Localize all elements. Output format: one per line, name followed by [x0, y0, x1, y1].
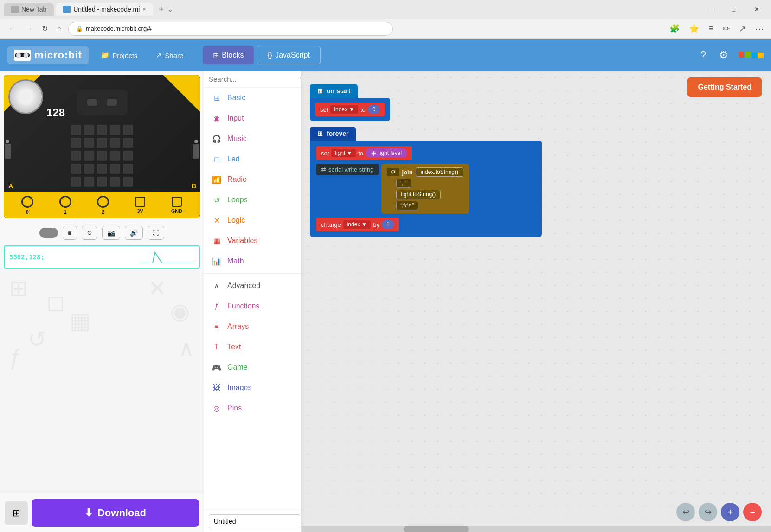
restart-button[interactable]: ↻ [82, 226, 97, 240]
led [97, 151, 107, 161]
toolbox-item-functions[interactable]: ƒ Functions [204, 296, 301, 316]
javascript-tab[interactable]: {} JavaScript [257, 46, 320, 64]
getting-started-button[interactable]: Getting Started [687, 77, 762, 97]
comma-str-block[interactable]: ", " [396, 179, 411, 188]
simulator-panel: 128 [0, 71, 204, 532]
toolbox-item-radio[interactable]: 📶 Radio [204, 169, 301, 190]
zoom-in-button[interactable]: + [721, 503, 739, 521]
semicolon-str-block[interactable]: ";\r\n" [396, 201, 418, 210]
sound-button[interactable]: 🔊 [125, 226, 143, 240]
toolbox-item-advanced[interactable]: ∧ Advanced [204, 276, 301, 296]
tab-inactive[interactable]: New Tab [4, 3, 54, 16]
eye-right [107, 99, 117, 106]
toolbox-item-input[interactable]: ◉ Input [204, 108, 301, 128]
home-button[interactable]: ⌂ [54, 23, 64, 35]
toolbox-item-math[interactable]: 📊 Math [204, 251, 301, 271]
light-tostring-text: light.toString() [401, 191, 436, 198]
home-icon-button[interactable]: ⊞ [5, 501, 28, 525]
projects-button[interactable]: 📁 Projects [94, 47, 144, 63]
toggle-switch[interactable] [39, 228, 58, 238]
change-block[interactable]: change index ▼ by 1 [316, 218, 399, 231]
advanced-label: Advanced [227, 282, 260, 290]
tab-active[interactable]: Untitled - makecode.mi × [56, 3, 153, 16]
join-popup: ⚙ join index.toString() ", " [381, 164, 469, 214]
forward-button[interactable]: → [22, 23, 35, 35]
pin-0: 0 [21, 196, 33, 215]
toolbox-item-arrays[interactable]: ≡ Arrays [204, 316, 301, 337]
stop-button[interactable]: ■ [63, 226, 77, 240]
toolbox-item-text[interactable]: T Text [204, 337, 301, 357]
draw-button[interactable]: ✏ [721, 22, 732, 36]
pin-label-2: 2 [102, 209, 104, 215]
change-var-dropdown[interactable]: index ▼ [343, 220, 371, 229]
settings-button[interactable]: ⚙ [716, 46, 731, 64]
tab-close-button[interactable]: × [142, 6, 146, 13]
toolbox-item-logic[interactable]: ✕ Logic [204, 210, 301, 231]
maximize-button[interactable]: □ [723, 2, 744, 17]
minimize-button[interactable]: — [700, 2, 721, 17]
more-button[interactable]: ⋯ [753, 22, 765, 36]
index-tostring-block[interactable]: index.toString() [416, 167, 463, 177]
new-tab-button[interactable]: + [155, 5, 167, 14]
share-button[interactable]: ↗ Share [149, 47, 190, 63]
index-val-block[interactable]: 0 [368, 105, 380, 114]
fullscreen-button[interactable]: ⛶ [148, 226, 164, 240]
toolbox-item-game[interactable]: 🎮 Game [204, 357, 301, 378]
semicolon-str-text: ";\r\n" [400, 202, 414, 209]
index-var-dropdown[interactable]: index ▼ [330, 105, 358, 114]
reload-button[interactable]: ↻ [39, 22, 51, 35]
help-button[interactable]: ? [698, 46, 709, 64]
download-button[interactable]: ⬇ Download [32, 499, 199, 527]
blocks-tab[interactable]: ⊞ Blocks [203, 46, 254, 64]
light-level-icon: ◉ [371, 150, 376, 156]
canvas-horizontal-scrollbar[interactable] [302, 526, 771, 532]
set-light-block[interactable]: set light ▼ to ◉ light level [316, 146, 412, 160]
light-level-block[interactable]: ◉ light level [366, 148, 407, 158]
on-start-label: on start [327, 87, 350, 95]
project-name-input[interactable] [209, 514, 300, 528]
change-val-block[interactable]: 1 [382, 220, 394, 229]
toolbox-item-images[interactable]: 🖼 Images [204, 378, 301, 398]
nav-tabs: ⊞ Blocks {} JavaScript [203, 46, 321, 64]
light-tostring-block[interactable]: light.toString() [396, 190, 441, 199]
on-start-icon: ⊞ [317, 87, 323, 95]
serial-write-block[interactable]: ⇄ serial write string [316, 164, 379, 175]
menu-button[interactable]: ≡ [707, 22, 715, 35]
toolbox-item-basic[interactable]: ⊞ Basic [204, 88, 301, 108]
toolbox-item-variables[interactable]: ▦ Variables [204, 231, 301, 251]
zoom-out-button[interactable]: − [743, 503, 762, 521]
toolbox-item-loops[interactable]: ↺ Loops [204, 190, 301, 210]
home-icon: ⊞ [13, 507, 20, 519]
text-icon: T [212, 342, 222, 352]
search-input[interactable] [209, 75, 297, 83]
toolbox-item-led[interactable]: ◻ Led [204, 149, 301, 169]
close-button[interactable]: ✕ [746, 2, 767, 17]
brand-logo[interactable]: micro:bit [7, 46, 89, 64]
undo-button[interactable]: ↩ [676, 503, 695, 521]
simulator-controls: ■ ↻ 📷 🔊 ⛶ [0, 222, 204, 244]
blocks-canvas[interactable]: Getting Started ⊞ on start set index ▼ [302, 71, 771, 532]
redo-button[interactable]: ↪ [699, 503, 717, 521]
led [123, 125, 133, 135]
led [71, 138, 81, 148]
set-block[interactable]: set index ▼ to 0 [315, 103, 385, 116]
loops-icon: ↺ [212, 195, 222, 205]
toolbox-item-pins[interactable]: ◎ Pins [204, 398, 301, 418]
bg-icon-4: ✕ [148, 275, 167, 301]
share-button[interactable]: ↗ [737, 22, 748, 36]
screenshot-button[interactable]: 📷 [102, 226, 120, 240]
toolbox-item-music[interactable]: 🎧 Music [204, 128, 301, 149]
address-bar[interactable]: 🔒 makecode.microbit.org/# [68, 22, 393, 36]
canvas-toolbar: ↩ ↪ + − [676, 503, 762, 521]
bookmark-button[interactable]: ⭐ [687, 22, 701, 36]
pin-rect-3v [135, 197, 145, 207]
back-button[interactable]: ← [6, 23, 19, 35]
tab-more-button[interactable]: ⌄ [167, 6, 173, 13]
extensions-button[interactable]: 🧩 [668, 22, 681, 36]
text-label: Text [227, 343, 241, 351]
music-label: Music [227, 135, 247, 143]
sim-bg-decorations: ⊞ ◉ ↺ ✕ ▦ ∧ ◻ ƒ [0, 270, 204, 493]
advanced-icon: ∧ [212, 281, 222, 291]
scrollbar-thumb[interactable] [404, 526, 469, 532]
light-var-dropdown[interactable]: light ▼ [331, 149, 356, 157]
